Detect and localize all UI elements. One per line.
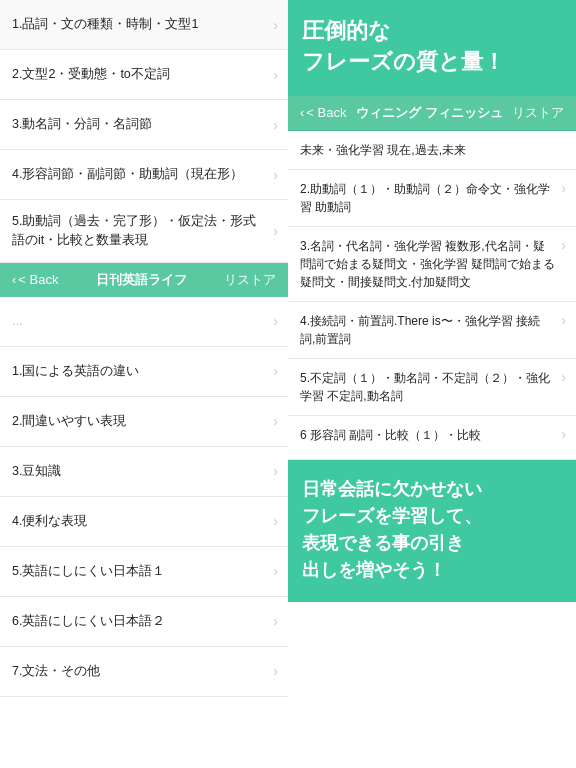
left-item-4-text: 4.形容詞節・副詞節・助動詞（現在形） <box>12 165 273 184</box>
left-item-2[interactable]: 2.文型2・受動態・to不定詞 › <box>0 50 288 100</box>
right-item-4[interactable]: 4.接続詞・前置詞.There is〜・強化学習 接続詞,前置詞 › <box>288 302 576 359</box>
left-item-1[interactable]: 1.品詞・文の種類・時制・文型1 › <box>0 0 288 50</box>
left-item-1-chevron: › <box>273 17 278 33</box>
left-partial-chevron: › <box>273 313 278 329</box>
right-store-button[interactable]: リストア <box>512 104 564 122</box>
right-bottom-line2: フレーズを学習して、 <box>302 506 482 526</box>
left-sub-item-6-chevron: › <box>273 613 278 629</box>
left-sub-item-2-text: 2.間違いやすい表現 <box>12 412 273 431</box>
right-first-item-text: 未来・強化学習 現在,過去,未来 <box>300 143 466 157</box>
left-store-button[interactable]: リストア <box>224 271 276 289</box>
left-back-label: < Back <box>18 272 58 287</box>
left-back-chevron: ‹ <box>12 272 16 287</box>
right-item-4-text: 4.接続詞・前置詞.There is〜・強化学習 接続詞,前置詞 <box>300 312 561 348</box>
right-item-5-text: 5.不定詞（１）・動名詞・不定詞（２）・強化学習 不定詞,動名詞 <box>300 369 561 405</box>
right-item-4-chevron: › <box>561 312 566 328</box>
left-sub-item-6[interactable]: 6.英語にしにくい日本語２ › <box>0 597 288 647</box>
right-back-bar-title: ウィニング フィニッシュ <box>356 104 503 122</box>
left-sub-item-2-chevron: › <box>273 413 278 429</box>
left-sub-item-5[interactable]: 5.英語にしにくい日本語１ › <box>0 547 288 597</box>
left-sub-item-7[interactable]: 7.文法・その他 › <box>0 647 288 697</box>
left-sub-item-5-text: 5.英語にしにくい日本語１ <box>12 562 273 581</box>
left-item-5-text: 5.助動詞（過去・完了形）・仮定法・形式語のit・比較と数量表現 <box>12 212 273 250</box>
right-item-2-chevron: › <box>561 180 566 196</box>
right-item-6-text: 6 形容詞 副詞・比較（１）・比較 <box>300 426 561 444</box>
right-back-chevron: ‹ <box>300 105 304 120</box>
left-item-1-text: 1.品詞・文の種類・時制・文型1 <box>12 15 273 34</box>
right-item-3-text: 3.名詞・代名詞・強化学習 複数形,代名詞・疑問詞で始まる疑問文・強化学習 疑問… <box>300 237 561 291</box>
left-item-3-text: 3.動名詞・分詞・名詞節 <box>12 115 273 134</box>
left-sub-item-2[interactable]: 2.間違いやすい表現 › <box>0 397 288 447</box>
left-sub-item-1-text: 1.国による英語の違い <box>12 362 273 381</box>
right-bottom-line4: 出しを増やそう！ <box>302 560 446 580</box>
left-panel: 1.品詞・文の種類・時制・文型1 › 2.文型2・受動態・to不定詞 › 3.動… <box>0 0 288 768</box>
right-item-3-chevron: › <box>561 237 566 253</box>
right-back-button[interactable]: ‹ < Back <box>300 105 346 120</box>
left-back-bar-title: 日刊英語ライフ <box>96 271 187 289</box>
left-item-3[interactable]: 3.動名詞・分詞・名詞節 › <box>0 100 288 150</box>
right-bottom-line3: 表現できる事の引き <box>302 533 464 553</box>
right-hero-line2: フレーズの質と量！ <box>302 49 505 74</box>
left-sub-item-1-chevron: › <box>273 363 278 379</box>
left-partial-item[interactable]: … › <box>0 297 288 347</box>
left-sub-item-3-chevron: › <box>273 463 278 479</box>
left-item-2-text: 2.文型2・受動態・to不定詞 <box>12 65 273 84</box>
right-back-bar: ‹ < Back ウィニング フィニッシュ リストア <box>288 96 576 131</box>
right-bottom-line1: 日常会話に欠かせない <box>302 479 482 499</box>
left-item-4-chevron: › <box>273 167 278 183</box>
right-hero-line1: 圧倒的な <box>302 18 391 43</box>
left-back-button[interactable]: ‹ < Back <box>12 272 58 287</box>
left-item-4[interactable]: 4.形容詞節・副詞節・助動詞（現在形） › <box>0 150 288 200</box>
left-item-2-chevron: › <box>273 67 278 83</box>
left-sub-item-3-text: 3.豆知識 <box>12 462 273 481</box>
right-item-5-chevron: › <box>561 369 566 385</box>
right-back-label: < Back <box>306 105 346 120</box>
right-item-3[interactable]: 3.名詞・代名詞・強化学習 複数形,代名詞・疑問詞で始まる疑問文・強化学習 疑問… <box>288 227 576 302</box>
right-bottom-banner: 日常会話に欠かせない フレーズを学習して、 表現できる事の引き 出しを増やそう！ <box>288 460 576 602</box>
left-sub-item-5-chevron: › <box>273 563 278 579</box>
left-item-3-chevron: › <box>273 117 278 133</box>
left-partial-item-text: … <box>12 313 273 330</box>
right-item-6[interactable]: 6 形容詞 副詞・比較（１）・比較 › <box>288 416 576 460</box>
left-sub-item-4[interactable]: 4.便利な表現 › <box>0 497 288 547</box>
left-item-5[interactable]: 5.助動詞（過去・完了形）・仮定法・形式語のit・比較と数量表現 › <box>0 200 288 263</box>
right-item-6-chevron: › <box>561 426 566 442</box>
right-panel: 圧倒的な フレーズの質と量！ ‹ < Back ウィニング フィニッシュ リスト… <box>288 0 576 768</box>
left-sub-item-7-chevron: › <box>273 663 278 679</box>
left-back-bar: ‹ < Back 日刊英語ライフ リストア <box>0 263 288 297</box>
left-sub-item-1[interactable]: 1.国による英語の違い › <box>0 347 288 397</box>
right-first-item[interactable]: 未来・強化学習 現在,過去,未来 <box>288 131 576 170</box>
left-sub-item-4-chevron: › <box>273 513 278 529</box>
left-sub-item-3[interactable]: 3.豆知識 › <box>0 447 288 497</box>
right-item-5[interactable]: 5.不定詞（１）・動名詞・不定詞（２）・強化学習 不定詞,動名詞 › <box>288 359 576 416</box>
right-hero-banner: 圧倒的な フレーズの質と量！ <box>288 0 576 96</box>
left-sub-item-7-text: 7.文法・その他 <box>12 662 273 681</box>
left-sub-item-6-text: 6.英語にしにくい日本語２ <box>12 612 273 631</box>
right-item-2-text: 2.助動詞（１）・助動詞（２）命令文・強化学習 助動詞 <box>300 180 561 216</box>
right-item-2[interactable]: 2.助動詞（１）・助動詞（２）命令文・強化学習 助動詞 › <box>288 170 576 227</box>
left-item-5-chevron: › <box>273 223 278 239</box>
left-sub-item-4-text: 4.便利な表現 <box>12 512 273 531</box>
